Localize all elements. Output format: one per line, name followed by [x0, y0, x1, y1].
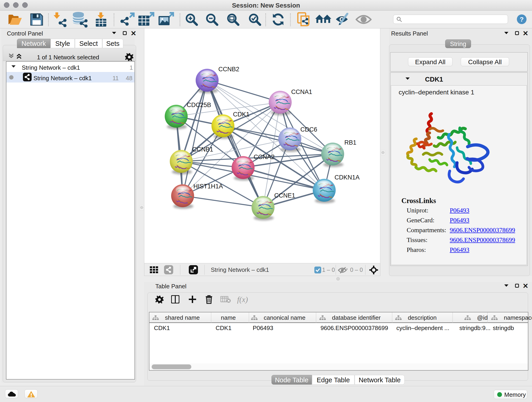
svg-text:?: ?	[520, 16, 524, 23]
